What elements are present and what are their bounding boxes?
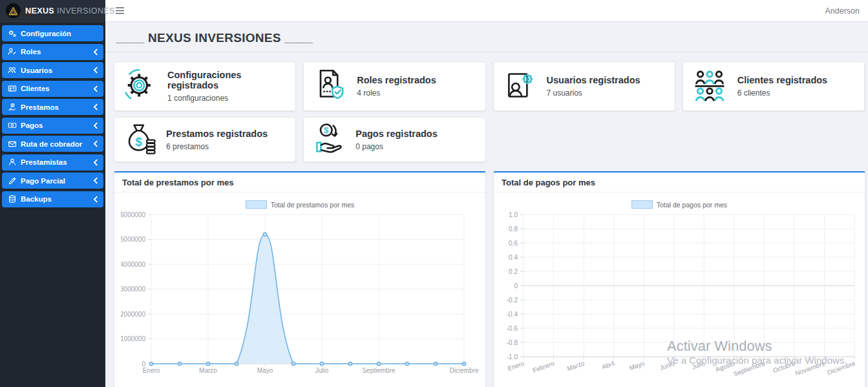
svg-text:Marzo: Marzo [566,359,586,372]
brand[interactable]: NEXUS INVERSIONES [0,0,105,22]
svg-text:Diciembre: Diciembre [449,367,478,374]
sidebar-item-label: Prestamistas [21,158,89,166]
chart-title: Total de pagos por mes [494,173,865,193]
card-text: Prestamos registrados 6 prestamos [166,129,268,151]
chart-title: Total de prestamos por mes [114,173,485,193]
hamburger-icon[interactable] [114,5,126,16]
svg-text:Enero: Enero [143,367,160,374]
card-title: Configuraciones registrados [167,70,288,90]
svg-text:Octubre: Octubre [772,359,796,374]
svg-text:0: 0 [514,282,518,289]
document-shield-icon [312,67,348,106]
chevron-left-icon [92,196,98,203]
chart-body: Total de prestamos por mes 6000000500000… [114,193,485,380]
chevron-left-icon [92,140,98,147]
chevron-left-icon [92,103,98,110]
card-title: Pagos registrados [355,129,438,139]
svg-text:Abril: Abril [601,360,616,371]
navbar-username[interactable]: Anderson [825,6,860,16]
card-title: Roles registrados [357,75,436,85]
pagos-line-chart: 1.00.80.60.40.20-0.2-0.4-0.6-0.8-1.0Ener… [500,211,858,384]
svg-text:Junio: Junio [659,359,676,371]
svg-text:0.6: 0.6 [509,240,518,247]
sidebar-item-pago-parcial[interactable]: Pago Parcial [2,173,103,189]
card-pagos: $ Pagos registrados 0 pagos [303,117,485,162]
hand-coin-icon: $ [312,121,346,158]
chart-body: Total de pagos por mes 1.00.80.60.40.20-… [494,193,865,384]
svg-text:-0.4: -0.4 [507,311,518,318]
sidebar-item-prestamistas[interactable]: Prestamistas [2,154,103,171]
legend-swatch [631,200,653,209]
svg-text:Noviembre: Noviembre [794,359,827,377]
svg-text:Mayo: Mayo [628,359,646,371]
database-icon [7,194,17,204]
svg-text:4000000: 4000000 [121,261,145,268]
card-subtitle: 1 configuraciones [167,94,288,103]
card-usuarios: Usuarios registrados 7 usuarios [493,61,675,111]
svg-text:2000000: 2000000 [121,311,145,318]
svg-text:0.2: 0.2 [509,268,518,275]
gear-outline-icon [122,67,158,106]
top-navbar: Anderson [105,0,868,22]
dashboard-page: NEXUS INVERSIONES Configuración Roles Us… [0,0,868,387]
user-edit-icon [7,47,17,56]
users-icon [7,66,17,75]
card-text: Clientes registrados 6 clientes [737,75,827,98]
svg-text:-0.2: -0.2 [507,297,518,304]
sidebar-item-roles[interactable]: Roles [2,44,103,60]
sidebar-item-prestamos[interactable]: Prestamos [2,99,103,115]
svg-text:Diciembre: Diciembre [827,359,856,376]
card-title: Usuarios registrados [547,75,640,85]
sidebar-item-usuarios[interactable]: Usuarios [2,62,103,78]
chart-legend[interactable]: Total de prestamos por mes [121,194,479,211]
legend-label: Total de prestamos por mes [271,201,355,209]
card-subtitle: 0 pagos [355,142,438,151]
chevron-left-icon [92,159,98,166]
card-text: Usuarios registrados 7 usuarios [547,75,640,98]
svg-text:1.0: 1.0 [509,211,518,218]
sidebar-item-pagos[interactable]: Pagos [2,118,103,134]
page-title: ____ NEXUS INVERSIONES ____ [116,31,857,45]
sidebar-item-label: Ruta de cobrador [21,140,89,148]
chart-card-prestamos: Total de prestamos por mes Total de pres… [114,171,486,387]
sidebar-nav: Configuración Roles Usuarios Clientes Pr… [0,22,105,213]
card-title: Prestamos registrados [166,129,268,139]
svg-text:6000000: 6000000 [121,211,145,218]
sidebar-item-backups[interactable]: Backups [2,191,103,207]
chart-legend[interactable]: Total de pagos por mes [500,194,858,211]
svg-text:Julio: Julio [315,367,329,374]
svg-text:1000000: 1000000 [121,335,145,342]
sidebar: NEXUS INVERSIONES Configuración Roles Us… [0,0,105,387]
money-bill-icon [7,121,17,130]
user-icon [7,158,17,167]
sidebar-item-label: Pago Parcial [21,177,89,185]
card-prestamos: $ Prestamos registrados 6 prestamos [114,117,296,162]
id-card-icon [7,84,17,93]
card-roles: Roles registrados 4 roles [303,61,485,111]
svg-text:Julio: Julio [691,359,706,371]
money-bag-icon: $ [122,121,157,158]
chevron-left-icon [92,122,98,129]
main-area: Anderson ____ NEXUS INVERSIONES ____ [105,0,868,387]
chevron-left-icon [92,48,98,56]
sidebar-item-ruta-de-cobrador[interactable]: Ruta de cobrador [2,136,103,152]
sidebar-item-configuracion[interactable]: Configuración [2,25,103,41]
chevron-left-icon [92,67,98,74]
charts-row: Total de prestamos por mes Total de pres… [105,162,868,387]
legend-swatch [246,200,267,209]
sidebar-item-label: Configuración [21,30,98,37]
content: ____ NEXUS INVERSIONES ____ [105,22,868,387]
svg-text:Mayo: Mayo [257,367,273,374]
svg-text:0.8: 0.8 [509,225,518,233]
svg-text:$: $ [136,135,143,149]
sidebar-item-label: Pagos [21,121,89,129]
svg-text:$: $ [324,126,329,135]
user-gear-icon [502,67,538,106]
card-subtitle: 6 clientes [737,89,827,98]
gears-icon [7,29,17,38]
summary-cards: Configuraciones registrados 1 configurac… [105,52,868,162]
chart-card-pagos: Total de pagos por mes Total de pagos po… [493,171,865,387]
svg-text:Febrero: Febrero [532,359,556,373]
sidebar-item-label: Usuarios [21,67,89,74]
sidebar-item-clientes[interactable]: Clientes [2,81,103,97]
